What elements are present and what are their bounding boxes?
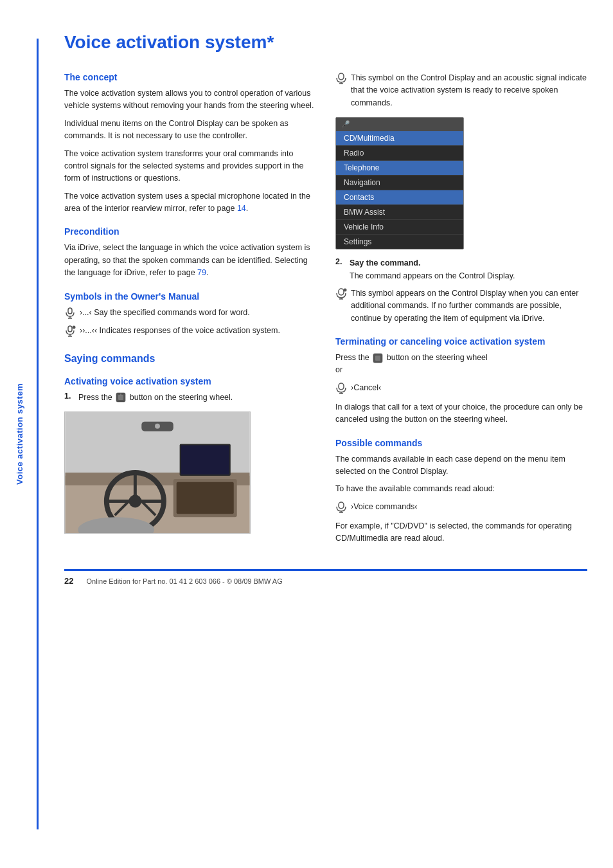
additional-symbol-block: This symbol appears on the Control Displ… [335, 287, 587, 325]
terminating-text-1: Press the button on the steering wheelor [335, 352, 587, 377]
concept-para-2: Individual menu items on the Control Dis… [64, 118, 316, 143]
step-2-detail: The command appears on the Control Displ… [350, 271, 515, 280]
mic-icon-2 [64, 325, 76, 339]
mic-cancel-icon [335, 383, 347, 396]
svg-rect-0 [68, 308, 72, 314]
step-2: 2. Say the command. The command appears … [335, 257, 587, 282]
step-1-num: 1. [64, 392, 73, 404]
svg-point-33 [344, 288, 347, 291]
svg-point-21 [155, 424, 160, 429]
mic-symbol-right [335, 73, 347, 86]
menu-item-bmw-assist: BMW Assist [336, 205, 463, 220]
svg-rect-39 [339, 502, 344, 509]
page-number: 22 [64, 576, 73, 586]
svg-rect-36 [339, 383, 344, 390]
page-container: Voice activation system Voice activation… [0, 0, 613, 868]
footer-copyright: Online Edition for Part no. 01 41 2 603 … [86, 577, 282, 585]
step-1: 1. Press the button on the steering whee… [64, 392, 316, 404]
right-col-intro-block: This symbol on the Control Display and a… [335, 72, 587, 109]
concept-para-1: The voice activation system allows you t… [64, 87, 316, 113]
cancel-line: ›Cancel‹ [335, 382, 587, 396]
menu-item-cd: CD/Multimedia [336, 131, 463, 146]
sidebar: Voice activation system [0, 0, 39, 868]
right-col-intro-text: This symbol on the Control Display and a… [351, 72, 587, 109]
step-2-content: Say the command. The command appears on … [350, 257, 515, 282]
mic-icon-1 [64, 307, 76, 321]
concept-para-3: The voice activation system transforms y… [64, 148, 316, 185]
steering-wheel-button-icon [116, 392, 126, 402]
terminating-text-2: In dialogs that call for a text of your … [335, 401, 587, 426]
precondition-text: Via iDrive, select the language in which… [64, 242, 316, 279]
menu-item-radio: Radio [336, 146, 463, 161]
symbol-line-2: ››...‹‹ Indicates responses of the voice… [64, 325, 316, 339]
page-footer: 22 Online Edition for Part no. 01 41 2 6… [64, 569, 587, 586]
cancel-label: ›Cancel‹ [351, 382, 381, 394]
page-link-14[interactable]: 14 [237, 204, 246, 213]
saying-commands-heading: Saying commands [64, 353, 316, 365]
voice-commands-line: ›Voice commands‹ [335, 501, 587, 515]
menu-item-telephone: Telephone [336, 161, 463, 176]
precondition-heading: Precondition [64, 226, 316, 237]
possible-commands-text-1: The commands available in each case depe… [335, 453, 587, 478]
terminating-button-icon [373, 353, 383, 363]
car-interior-svg [65, 412, 250, 533]
sidebar-label: Voice activation system [15, 383, 24, 485]
step-2-num: 2. [335, 257, 344, 282]
step-2-text: Say the command. [350, 258, 420, 267]
voice-commands-label: ›Voice commands‹ [351, 501, 418, 513]
svg-rect-23 [177, 482, 234, 514]
activating-heading: Activating voice activation system [64, 376, 316, 386]
menu-item-contacts: Contacts [336, 190, 463, 205]
symbol-text-1: ›...‹ Say the specified commands word fo… [80, 307, 250, 319]
possible-commands-heading: Possible commands [335, 438, 587, 448]
svg-rect-30 [339, 289, 344, 295]
menu-screenshot: 🎤 CD/Multimedia Radio Telephone Navigati… [335, 117, 464, 249]
concept-heading: The concept [64, 72, 316, 82]
left-column: The concept The voice activation system … [64, 72, 316, 550]
terminating-heading: Terminating or canceling voice activatio… [335, 336, 587, 347]
menu-mic-icon: 🎤 [341, 120, 350, 129]
svg-rect-35 [375, 356, 380, 361]
car-interior-image [64, 411, 251, 534]
menu-header: 🎤 [336, 118, 463, 131]
symbols-heading: Symbols in the Owner's Manual [64, 291, 316, 302]
possible-commands-text-2: To have the available commands read alou… [335, 483, 587, 495]
svg-rect-27 [339, 73, 344, 80]
mic-symbol-additional [335, 288, 347, 302]
symbol-line-1: ›...‹ Say the specified commands word fo… [64, 307, 316, 321]
page-title: Voice activation system* [64, 32, 587, 53]
concept-para-4: The voice activation system uses a speci… [64, 190, 316, 215]
svg-rect-8 [118, 395, 123, 400]
additional-symbol-text: This symbol appears on the Control Displ… [351, 287, 587, 325]
mic-voice-icon [335, 502, 347, 515]
two-column-layout: The concept The voice activation system … [64, 72, 587, 550]
menu-item-navigation: Navigation [336, 176, 463, 190]
symbol-text-2: ››...‹‹ Indicates responses of the voice… [80, 325, 280, 337]
page-link-79[interactable]: 79 [197, 268, 206, 277]
right-column: This symbol on the Control Display and a… [335, 72, 587, 550]
svg-rect-25 [181, 445, 229, 475]
svg-rect-3 [68, 326, 72, 332]
menu-item-settings: Settings [336, 235, 463, 249]
step-1-content: Press the button on the steering wheel. [78, 392, 233, 404]
svg-point-14 [129, 495, 141, 508]
possible-commands-text-3: For example, if "CD/DVD" is selected, th… [335, 520, 587, 545]
main-content: Voice activation system* The concept The… [39, 0, 613, 868]
menu-item-vehicle-info: Vehicle Info [336, 220, 463, 235]
svg-point-6 [73, 325, 76, 329]
